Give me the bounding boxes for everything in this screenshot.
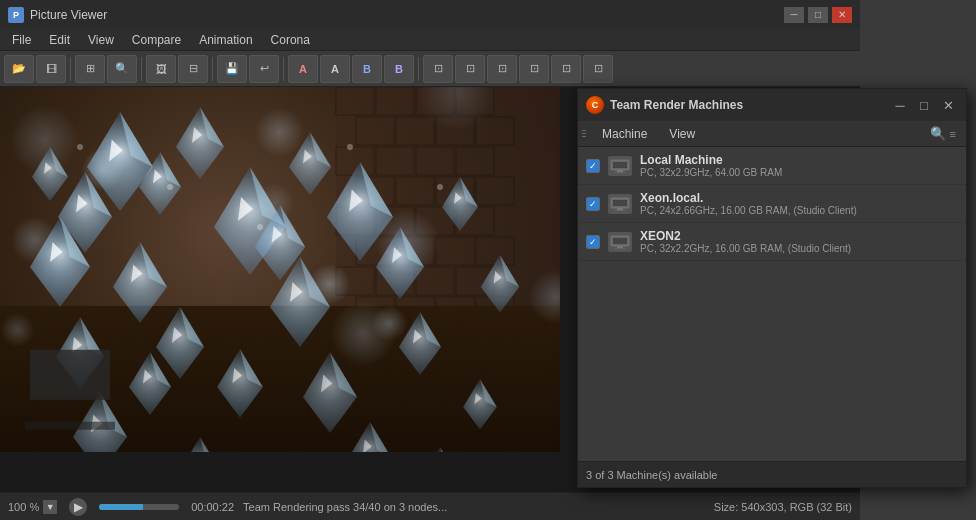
- tb-btn-extra6[interactable]: ⊡: [583, 55, 613, 83]
- pv-app-icon: P: [8, 7, 24, 23]
- tb-btn-zoom[interactable]: 🔍: [107, 55, 137, 83]
- tr-machine-list: Local Machine PC, 32x2.9GHz, 64.00 GB RA…: [578, 147, 966, 461]
- tr-machine-spec-0: PC, 32x2.9GHz, 64.00 GB RAM: [640, 167, 958, 178]
- tr-check-1[interactable]: [586, 197, 600, 211]
- tb-btn-a2[interactable]: A: [320, 55, 350, 83]
- tr-maximize-btn[interactable]: □: [914, 96, 934, 114]
- pv-menubar: File Edit View Compare Animation Corona: [0, 29, 860, 51]
- tb-separator-3: [212, 57, 213, 81]
- tr-machine-spec-1: PC, 24x2.66GHz, 16.00 GB RAM, (Studio Cl…: [640, 205, 958, 216]
- tr-list-empty: [578, 261, 966, 461]
- tb-btn-a1[interactable]: A: [288, 55, 318, 83]
- tb-btn-extra4[interactable]: ⊡: [519, 55, 549, 83]
- tb-btn-extra1[interactable]: ⊡: [423, 55, 453, 83]
- tb-separator-4: [283, 57, 284, 81]
- tr-close-btn[interactable]: ✕: [938, 96, 958, 114]
- svg-rect-1: [613, 162, 627, 168]
- tb-btn-extra3[interactable]: ⊡: [487, 55, 517, 83]
- svg-rect-10: [617, 246, 623, 248]
- tr-gripper: [582, 130, 586, 137]
- tb-separator-5: [418, 57, 419, 81]
- tb-btn-animation[interactable]: 🎞: [36, 55, 66, 83]
- tr-machine-name-1: Xeon.local.: [640, 191, 958, 205]
- zoom-down-btn[interactable]: ▼: [43, 500, 57, 514]
- tr-menubar: Machine View 🔍 ≡: [578, 121, 966, 147]
- menu-file[interactable]: File: [4, 31, 39, 49]
- play-btn[interactable]: ▶: [69, 498, 87, 516]
- tb-btn-b1[interactable]: B: [352, 55, 382, 83]
- render-canvas: [0, 87, 560, 452]
- tr-machine-row-2[interactable]: XEON2 PC, 32x2.2GHz, 16.00 GB RAM, (Stud…: [578, 223, 966, 261]
- tr-app-icon: C: [586, 96, 604, 114]
- tb-btn-extra2[interactable]: ⊡: [455, 55, 485, 83]
- tb-separator-1: [70, 57, 71, 81]
- tr-machine-icon-1: [608, 194, 632, 214]
- tb-btn-save[interactable]: 💾: [217, 55, 247, 83]
- tr-machine-icon-2: [608, 232, 632, 252]
- pv-minimize-btn[interactable]: ─: [784, 7, 804, 23]
- svg-rect-5: [613, 200, 627, 206]
- svg-rect-9: [613, 238, 627, 244]
- tr-machine-info-1: Xeon.local. PC, 24x2.66GHz, 16.00 GB RAM…: [640, 191, 958, 216]
- tr-status-text: 3 of 3 Machine(s) available: [586, 469, 717, 481]
- tr-statusbar: 3 of 3 Machine(s) available: [578, 461, 966, 487]
- tr-check-0[interactable]: [586, 159, 600, 173]
- menu-animation[interactable]: Animation: [191, 31, 260, 49]
- tb-btn-extra5[interactable]: ⊡: [551, 55, 581, 83]
- tb-btn-grid[interactable]: ⊟: [178, 55, 208, 83]
- pv-maximize-btn[interactable]: □: [808, 7, 828, 23]
- tb-btn-clone[interactable]: ⊞: [75, 55, 105, 83]
- menu-edit[interactable]: Edit: [41, 31, 78, 49]
- tr-machine-icon-0: [608, 156, 632, 176]
- tr-win-controls: ─ □ ✕: [890, 96, 958, 114]
- tb-btn-prev[interactable]: ↩: [249, 55, 279, 83]
- menu-view[interactable]: View: [80, 31, 122, 49]
- svg-rect-3: [615, 172, 625, 173]
- tr-title: Team Render Machines: [610, 98, 743, 112]
- pv-titlebar: P Picture Viewer ─ □ ✕: [0, 0, 860, 29]
- tb-btn-frame[interactable]: 🖼: [146, 55, 176, 83]
- tr-machine-info-0: Local Machine PC, 32x2.9GHz, 64.00 GB RA…: [640, 153, 958, 178]
- tr-machine-name-0: Local Machine: [640, 153, 958, 167]
- zoom-value: 100 %: [8, 501, 39, 513]
- tr-menu-view[interactable]: View: [659, 125, 705, 143]
- progress-fill: [99, 504, 143, 510]
- svg-rect-2: [617, 170, 623, 172]
- tr-titlebar: C Team Render Machines ─ □ ✕: [578, 89, 966, 121]
- status-timecode: 00:00:22 Team Rendering pass 34/40 on 3 …: [191, 501, 447, 513]
- pv-toolbar: 📂 🎞 ⊞ 🔍 🖼 ⊟ 💾 ↩ A A B B ⊡ ⊡ ⊡ ⊡ ⊡ ⊡: [0, 51, 860, 87]
- tb-separator-2: [141, 57, 142, 81]
- svg-rect-11: [615, 248, 625, 249]
- tr-filter-icon[interactable]: ≡: [950, 128, 956, 140]
- team-render-dialog: C Team Render Machines ─ □ ✕ Machine Vie…: [577, 88, 967, 488]
- status-zoom: 100 % ▼: [8, 500, 57, 514]
- tr-minimize-btn[interactable]: ─: [890, 96, 910, 114]
- tr-machine-info-2: XEON2 PC, 32x2.2GHz, 16.00 GB RAM, (Stud…: [640, 229, 958, 254]
- tr-menu-machine[interactable]: Machine: [592, 125, 657, 143]
- pv-win-controls: ─ □ ✕: [784, 7, 852, 23]
- menu-corona[interactable]: Corona: [263, 31, 318, 49]
- tr-machine-spec-2: PC, 32x2.2GHz, 16.00 GB RAM, (Studio Cli…: [640, 243, 958, 254]
- pv-statusbar: 100 % ▼ ▶ 00:00:22 Team Rendering pass 3…: [0, 492, 860, 520]
- pv-close-btn[interactable]: ✕: [832, 7, 852, 23]
- svg-rect-7: [615, 210, 625, 211]
- tr-search-area: 🔍 ≡: [930, 126, 962, 141]
- tr-machine-row-1[interactable]: Xeon.local. PC, 24x2.66GHz, 16.00 GB RAM…: [578, 185, 966, 223]
- tb-btn-open[interactable]: 📂: [4, 55, 34, 83]
- menu-compare[interactable]: Compare: [124, 31, 189, 49]
- svg-rect-6: [617, 208, 623, 210]
- tb-btn-b2[interactable]: B: [384, 55, 414, 83]
- search-icon[interactable]: 🔍: [930, 126, 946, 141]
- tr-check-2[interactable]: [586, 235, 600, 249]
- progress-bar: [99, 504, 179, 510]
- tr-machine-name-2: XEON2: [640, 229, 958, 243]
- status-size: Size: 540x303, RGB (32 Bit): [714, 501, 852, 513]
- pv-title: Picture Viewer: [30, 8, 107, 22]
- tr-machine-row-0[interactable]: Local Machine PC, 32x2.9GHz, 64.00 GB RA…: [578, 147, 966, 185]
